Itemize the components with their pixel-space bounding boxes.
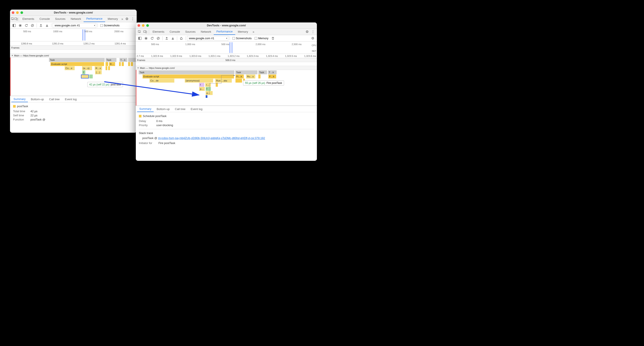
tab-sources[interactable]: Sources [52, 16, 68, 22]
clear-icon[interactable] [156, 36, 161, 41]
panel-settings-gear-icon[interactable]: ⚙ [310, 36, 316, 40]
flame-selected-marker[interactable] [206, 95, 208, 98]
flame-task[interactable]: Task [258, 70, 267, 74]
device-toggle-icon[interactable] [14, 16, 18, 22]
minimize-window-button[interactable] [16, 11, 19, 14]
flame-fn[interactable]: Co…de [150, 79, 174, 83]
tab-network[interactable]: Network [68, 16, 84, 22]
upload-icon[interactable] [38, 23, 44, 28]
flame-task[interactable]: T…k [120, 58, 127, 62]
tab-console[interactable]: Console [167, 29, 182, 35]
maximize-window-button[interactable] [20, 11, 23, 14]
dock-side-icon[interactable] [137, 36, 143, 41]
flame-fn[interactable]: f [199, 83, 204, 87]
overview-selection-handle[interactable] [82, 29, 85, 41]
time-ruler[interactable]: 1280.8 ms 1281.0 ms 1281.2 ms 1281.4 ms [10, 41, 137, 46]
titlebar[interactable]: DevTools - www.google.com/ [136, 23, 317, 29]
tab-summary[interactable]: Summary [137, 106, 154, 112]
device-toggle-icon[interactable] [142, 29, 148, 35]
flame-fn[interactable]: p… [206, 91, 213, 95]
screenshots-checkbox[interactable]: Screenshots [231, 37, 253, 40]
main-section-header[interactable]: ▼ Main — https://www.google.com/ [10, 54, 137, 58]
flame-task[interactable]: Task [49, 58, 105, 62]
flame-fn[interactable]: F…k [268, 75, 276, 78]
kebab-menu-icon[interactable]: ⋮ [310, 30, 316, 34]
clear-icon[interactable] [30, 23, 35, 28]
dock-side-icon[interactable] [11, 23, 17, 28]
download-icon[interactable] [170, 36, 176, 41]
kebab-menu-icon[interactable]: ⋮ [130, 17, 136, 21]
settings-gear-icon[interactable]: ⚙ [304, 30, 310, 34]
tab-call-tree[interactable]: Call tree [47, 96, 62, 102]
flame-fn[interactable] [89, 75, 93, 78]
flame-fn[interactable]: f [82, 70, 85, 74]
flame-fn[interactable] [236, 79, 242, 83]
close-window-button[interactable] [12, 11, 14, 14]
flame-fn[interactable]: (…) [95, 70, 102, 74]
flame-fn[interactable]: f [206, 87, 211, 91]
flame-task[interactable]: Task [106, 58, 116, 62]
overview-selection-handle[interactable] [230, 42, 232, 53]
flame-fn[interactable]: r… [205, 83, 211, 87]
flame-fn[interactable]: Co…e [65, 66, 75, 70]
timeline-overview[interactable]: 500 ms 1,000 ms 500 ms 2,000 ms 2,500 ms… [136, 42, 317, 54]
tab-sources[interactable]: Sources [182, 29, 198, 35]
flame-fn[interactable] [122, 62, 124, 66]
gc-icon[interactable] [270, 36, 276, 41]
tab-summary[interactable]: Summary [11, 96, 28, 102]
tab-bottom-up[interactable]: Bottom-up [29, 96, 46, 102]
tab-event-log[interactable]: Event log [63, 96, 79, 102]
flame-fn[interactable] [106, 66, 107, 70]
flame-evaluate-script[interactable]: Evaluate script [142, 75, 234, 78]
settings-gear-icon[interactable]: ⚙ [124, 17, 130, 21]
more-tabs-icon[interactable]: » [251, 29, 256, 35]
tab-performance[interactable]: Performance [214, 29, 235, 35]
reload-icon[interactable] [149, 36, 155, 41]
time-ruler[interactable]: 2.7 ms 1,322.8 ms 1,322.9 ms 1,323.0 ms … [136, 54, 317, 58]
flame-fn[interactable]: Ru…s [246, 75, 255, 78]
recording-selector[interactable]: www.google.com #1 [187, 36, 228, 41]
flame-fn[interactable] [216, 83, 218, 87]
frames-section-header[interactable]: Frames 500.0 ms [136, 58, 317, 62]
tab-bottom-up[interactable]: Bottom-up [154, 106, 172, 112]
screenshots-checkbox[interactable]: Screenshots [99, 24, 121, 27]
tab-elements[interactable]: Elements [150, 29, 167, 35]
flame-fn[interactable] [119, 62, 121, 66]
flame-fn[interactable] [128, 62, 130, 66]
upload-icon[interactable] [164, 36, 170, 41]
tab-call-tree[interactable]: Call tree [173, 106, 188, 112]
flame-task[interactable]: Task [139, 70, 234, 74]
inspect-element-icon[interactable] [11, 16, 14, 22]
flame-task[interactable]: T…k [268, 70, 276, 74]
flame-fn[interactable] [131, 62, 133, 66]
flame-fn[interactable]: R…s [95, 66, 102, 70]
flame-chart[interactable]: Task Task Task T…k Evaluate script Fi…k … [136, 70, 317, 106]
flame-fn[interactable]: (a…s) [82, 66, 92, 70]
record-button[interactable] [143, 36, 149, 41]
frames-body[interactable] [136, 62, 317, 66]
memory-checkbox[interactable]: Memory [253, 37, 270, 40]
flame-fire-posttask[interactable]: Fi…k [236, 75, 244, 78]
tab-network[interactable]: Network [198, 29, 214, 35]
close-window-button[interactable] [138, 24, 140, 27]
recording-selector[interactable]: www.google.com #1 [53, 23, 96, 28]
inspect-element-icon[interactable] [137, 29, 142, 35]
flame-evaluate-script[interactable]: Evaluate script [50, 62, 104, 66]
flame-fn[interactable]: p… [199, 87, 205, 91]
minimize-window-button[interactable] [142, 24, 144, 27]
flame-task[interactable]: Task [235, 70, 258, 74]
flame-fn[interactable] [108, 66, 110, 70]
reload-icon[interactable] [24, 23, 29, 28]
download-icon[interactable] [44, 23, 50, 28]
flame-fn[interactable] [106, 62, 108, 66]
tab-memory[interactable]: Memory [105, 16, 120, 22]
flame-chart[interactable]: Task Task T…k Evaluate script R… Co…e (a… [10, 58, 137, 96]
tab-elements[interactable]: Elements [20, 16, 37, 22]
flame-fn[interactable] [258, 75, 260, 78]
maximize-window-button[interactable] [146, 24, 149, 27]
timeline-overview[interactable]: 500 ms 1000 ms 500 ms 2000 ms [10, 29, 137, 41]
titlebar[interactable]: DevTools - www.google.com/ [10, 10, 137, 16]
flame-posttask-selected[interactable] [81, 75, 89, 78]
tab-performance[interactable]: Performance [84, 16, 105, 22]
tab-memory[interactable]: Memory [235, 29, 251, 35]
